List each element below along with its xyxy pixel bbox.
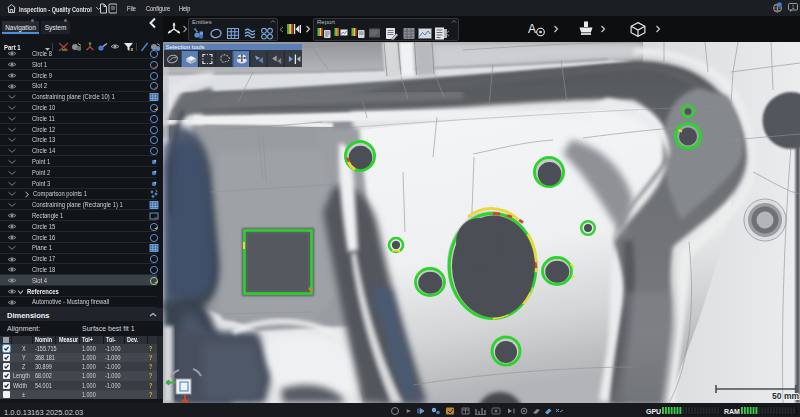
svg-text:1: 1 [791,4,794,10]
svg-text:A: A [528,22,536,36]
svg-text:50 mm: 50 mm [772,391,799,401]
